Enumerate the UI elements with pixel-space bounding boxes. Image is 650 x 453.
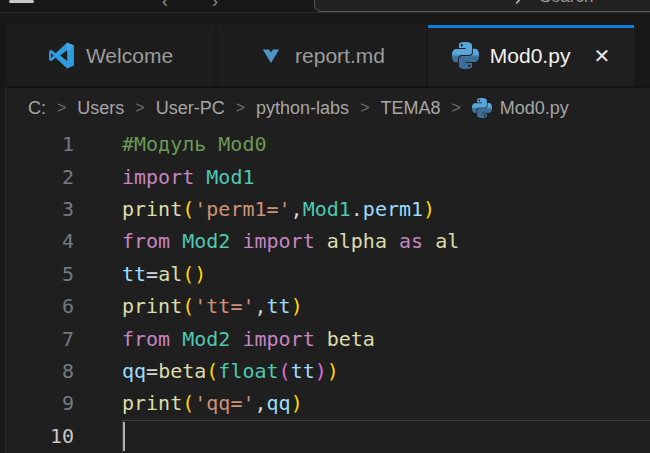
code-token: print	[122, 391, 182, 415]
line-number: 9	[0, 391, 74, 415]
code-line[interactable]: 3print('perm1=',Mod1.perm1)	[0, 193, 650, 225]
code-token: (	[182, 262, 194, 286]
code-token: =	[146, 262, 158, 286]
breadcrumb-separator-icon: >	[236, 99, 245, 117]
breadcrumb-separator-icon: >	[135, 99, 144, 117]
navigate-back-icon[interactable]: ‹	[162, 0, 168, 12]
active-tab-indicator	[428, 25, 634, 28]
code-token: beta	[327, 327, 375, 351]
code-token: =	[146, 359, 158, 383]
code-token: 'tt='	[194, 294, 254, 318]
tab-welcome[interactable]: Welcome	[6, 25, 215, 86]
code-token: tt	[267, 294, 291, 318]
code-text: print('perm1=',Mod1.perm1)	[122, 197, 435, 221]
breadcrumb-file-label: Mod0.py	[500, 98, 569, 119]
code-text: from Mod2 import beta	[122, 327, 375, 351]
window-left-edge	[0, 87, 6, 453]
breadcrumb-item-python-labs[interactable]: python-labs	[256, 98, 349, 119]
editor-tab-strip: Welcome report.md Mod0.py ✕	[0, 13, 650, 86]
code-token: (	[182, 391, 194, 415]
code-token: tt	[291, 359, 315, 383]
code-token: )	[423, 197, 435, 221]
code-editor[interactable]: 1#Модуль Mod02import Mod13print('perm1='…	[0, 128, 650, 453]
search-icon	[515, 0, 532, 5]
code-token: beta	[158, 359, 206, 383]
code-token: float	[218, 359, 278, 383]
code-token: qq	[122, 359, 146, 383]
line-number: 6	[0, 294, 74, 318]
breadcrumb-item-tema8[interactable]: TEMA8	[380, 98, 440, 119]
code-token: al	[435, 229, 459, 253]
breadcrumb-separator-icon: >	[57, 99, 66, 117]
code-line[interactable]: 1#Модуль Mod0	[0, 128, 650, 160]
menu-hamburger-icon[interactable]	[9, 0, 34, 3]
code-token	[230, 229, 242, 253]
code-token: qq	[267, 391, 291, 415]
code-text: tt=al()	[122, 262, 206, 286]
code-text: from Mod2 import alpha as al	[122, 229, 459, 253]
breadcrumb-item-file[interactable]: Mod0.py	[472, 98, 569, 119]
code-token	[194, 165, 206, 189]
code-token: print	[122, 197, 182, 221]
code-token: #Модуль Mod0	[122, 132, 267, 156]
navigate-forward-icon[interactable]: ›	[212, 0, 218, 12]
code-token: 'qq='	[194, 391, 254, 415]
code-line[interactable]: 4from Mod2 import alpha as al	[0, 225, 650, 257]
line-number: 7	[0, 327, 74, 351]
line-number: 5	[0, 262, 74, 286]
tab-close-icon[interactable]: ✕	[593, 44, 610, 68]
code-token	[387, 229, 399, 253]
code-text: qq=beta(float(tt))	[122, 359, 339, 383]
tab-label: Welcome	[86, 44, 173, 68]
code-token: ,	[291, 197, 303, 221]
code-token: ,	[254, 391, 266, 415]
code-token: Mod2	[182, 229, 230, 253]
line-number: 1	[0, 132, 74, 156]
code-token: al	[158, 262, 182, 286]
code-token: )	[315, 359, 327, 383]
tab-mod0-py[interactable]: Mod0.py ✕	[428, 25, 634, 86]
code-line[interactable]: 8qq=beta(float(tt))	[0, 355, 650, 387]
code-token: )	[194, 262, 206, 286]
code-token	[315, 229, 327, 253]
code-token	[170, 229, 182, 253]
breadcrumb-item-users[interactable]: Users	[77, 98, 124, 119]
code-token: as	[399, 229, 423, 253]
code-line[interactable]: 2import Mod1	[0, 160, 650, 192]
command-search-input[interactable]: Search	[314, 0, 650, 12]
code-token: Mod2	[182, 327, 230, 351]
code-token: Mod1	[206, 165, 254, 189]
code-text: print('tt=',tt)	[122, 294, 303, 318]
tab-report-md[interactable]: report.md	[217, 25, 426, 86]
code-token: ,	[254, 294, 266, 318]
code-token: Mod1	[303, 197, 351, 221]
code-token	[423, 229, 435, 253]
text-cursor	[123, 422, 125, 451]
line-number: 10	[0, 424, 74, 448]
code-line[interactable]: 9print('qq=',qq)	[0, 387, 650, 419]
code-token: print	[122, 294, 182, 318]
breadcrumb-separator-icon: >	[360, 99, 369, 117]
code-token: )	[327, 359, 339, 383]
code-line[interactable]: 6print('tt=',tt)	[0, 290, 650, 322]
markdown-arrow-icon	[258, 43, 284, 69]
line-number: 4	[0, 229, 74, 253]
breadcrumb-item-drive[interactable]: C:	[28, 98, 46, 119]
python-icon	[472, 98, 492, 118]
code-token: from	[122, 229, 170, 253]
code-token	[230, 327, 242, 351]
code-token: .	[351, 197, 363, 221]
code-token: import	[242, 327, 314, 351]
tab-strip-divider	[0, 86, 650, 88]
search-placeholder: Search	[540, 0, 594, 7]
code-token	[315, 327, 327, 351]
breadcrumb-item-user-pc[interactable]: User-PC	[156, 98, 225, 119]
code-line[interactable]: 5tt=al()	[0, 258, 650, 290]
line-number: 8	[0, 359, 74, 383]
title-bar: ‹ › Search	[0, 0, 650, 13]
code-line[interactable]: 7from Mod2 import beta	[0, 322, 650, 354]
breadcrumb-separator-icon: >	[451, 99, 460, 117]
tab-label: Mod0.py	[490, 44, 571, 68]
code-token: (	[206, 359, 218, 383]
code-token: tt	[122, 262, 146, 286]
